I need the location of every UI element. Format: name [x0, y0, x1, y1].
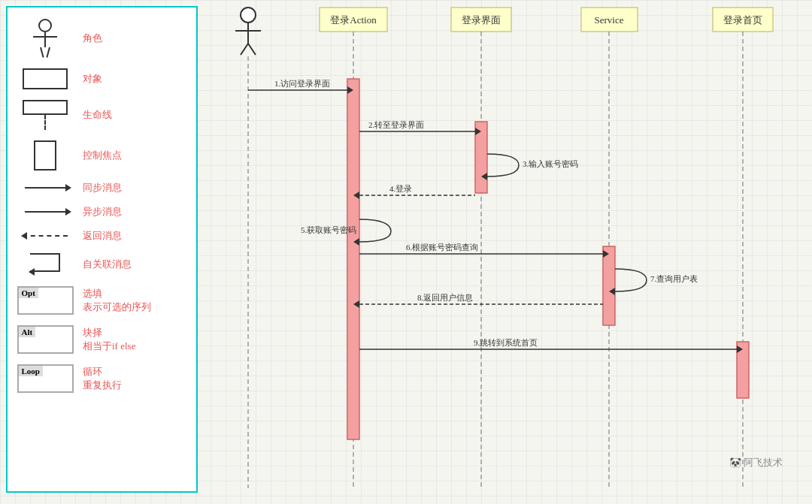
legend-panel: 角色 对象 生命线 控制焦点 [6, 6, 198, 493]
legend-alt-label: 块择 相当于if else [83, 326, 135, 353]
legend-lifeline: 生命线 [15, 100, 189, 130]
legend-sync: 同步消息 [15, 181, 189, 195]
return-icon [15, 235, 75, 237]
legend-alt: Alt 块择 相当于if else [15, 325, 189, 354]
sync-icon [15, 187, 75, 189]
legend-actor: 角色 [15, 19, 189, 58]
msg8-label: 8.返回用户信息 [417, 293, 473, 302]
legend-async: 异步消息 [15, 205, 189, 219]
msg5-path [359, 219, 391, 242]
activation-login-action [347, 79, 359, 439]
header-login-home-label: 登录首页 [723, 14, 762, 26]
object-icon [15, 68, 75, 89]
alt-fragment-icon: Alt [15, 325, 75, 354]
legend-self: 自关联消息 [15, 253, 189, 276]
msg3-label: 3.输入账号密码 [523, 159, 578, 168]
legend-focus: 控制焦点 [15, 140, 189, 171]
header-login-action-label: 登录Action [330, 14, 377, 26]
legend-loop: Loop 循环 重复执行 [15, 364, 189, 393]
loop-fragment-icon: Loop [15, 364, 75, 393]
msg7-path [615, 269, 647, 291]
watermark-text: 🐼 阿飞技术 [729, 456, 783, 469]
legend-sync-label: 同步消息 [83, 181, 122, 195]
legend-focus-label: 控制焦点 [83, 149, 122, 162]
legend-return: 返回消息 [15, 229, 189, 243]
msg7-label: 7.查询用户表 [650, 274, 698, 283]
legend-opt-label: 选填 表示可选的序列 [83, 287, 151, 314]
diagram-svg: 登录Action 登录界面 Service 登录首页 [203, 0, 812, 504]
svg-line-3 [241, 44, 248, 55]
legend-loop-label: 循环 重复执行 [83, 365, 122, 392]
legend-lifeline-label: 生命线 [83, 108, 112, 122]
header-service-label: Service [595, 14, 624, 26]
legend-return-label: 返回消息 [83, 229, 122, 243]
svg-point-0 [241, 8, 256, 23]
actor-icon [15, 19, 75, 58]
legend-opt: Opt 选填 表示可选的序列 [15, 286, 189, 315]
msg4-label: 4.登录 [389, 184, 412, 193]
legend-async-label: 异步消息 [83, 205, 122, 219]
async-icon [15, 211, 75, 213]
svg-line-4 [248, 44, 256, 55]
lifeline-icon [15, 100, 75, 130]
sequence-diagram: 登录Action 登录界面 Service 登录首页 [203, 0, 812, 504]
activation-service [603, 246, 615, 325]
msg1-label: 1.访问登录界面 [274, 79, 330, 88]
opt-fragment-icon: Opt [15, 286, 75, 315]
actor-figure-diagram [235, 8, 261, 55]
self-icon [15, 253, 75, 276]
focus-icon [15, 140, 75, 171]
msg3-path [487, 154, 519, 177]
legend-object-label: 对象 [83, 72, 102, 86]
legend-actor-label: 角色 [83, 32, 102, 45]
msg6-label: 6.根据账号密码查询 [406, 243, 478, 252]
legend-self-label: 自关联消息 [83, 258, 132, 271]
main-content: 角色 对象 生命线 控制焦点 [0, 0, 812, 504]
legend-object: 对象 [15, 68, 189, 89]
msg9-label: 9.跳转到系统首页 [474, 338, 538, 347]
msg5-label: 5.获取账号密码 [301, 225, 356, 234]
msg2-label: 2.转至登录界面 [368, 120, 424, 129]
header-login-ui-label: 登录界面 [462, 14, 501, 26]
